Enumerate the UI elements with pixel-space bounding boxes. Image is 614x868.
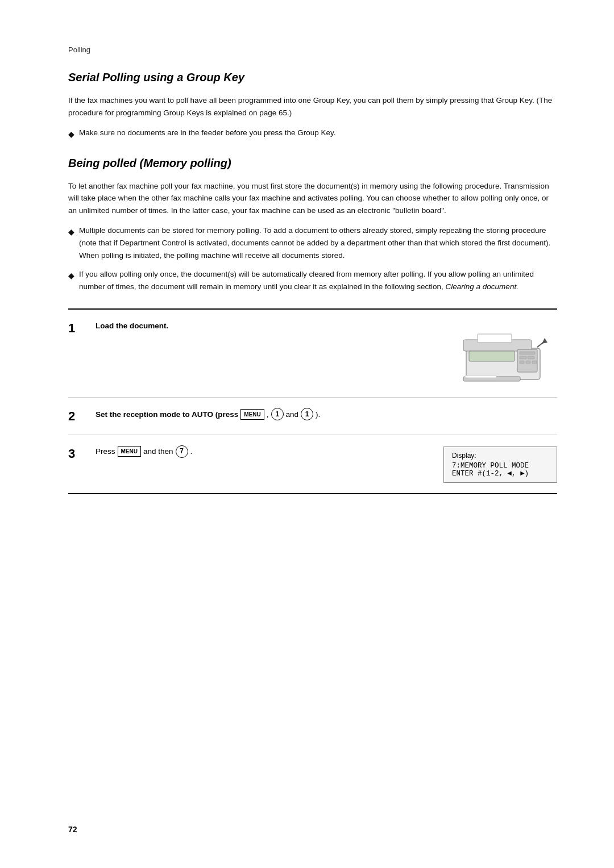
svg-rect-12 [478, 334, 512, 343]
svg-rect-4 [520, 356, 526, 359]
svg-rect-3 [520, 352, 535, 354]
section2-bullet2: ◆ If you allow polling only once, the do… [68, 268, 557, 293]
step3-press-text: Press [96, 445, 115, 458]
step2-inline: Set the reception mode to AUTO (press ME… [96, 408, 557, 420]
step2-comma: , [267, 408, 269, 421]
step3-number: 3 [68, 446, 89, 461]
steps-area: 1 Load the document. [68, 308, 557, 494]
step1-image [460, 320, 557, 387]
step2-row: 2 Set the reception mode to AUTO (press … [68, 398, 557, 435]
step3-period: . [190, 445, 193, 458]
step3-menu-key: MENU [118, 446, 141, 457]
step2-key2: 1 [301, 408, 313, 420]
step1-content: Load the document. [96, 320, 443, 332]
step2-end: ). [316, 408, 320, 421]
bullet-diamond-icon: ◆ [68, 128, 74, 140]
display-line1: 7:MEMORY POLL MODE [452, 462, 549, 470]
step3-key7: 7 [176, 445, 188, 458]
section2-bullet1-text: Multiple documents can be stored for mem… [79, 224, 557, 261]
svg-rect-6 [520, 361, 524, 364]
step2-menu-key: MENU [240, 409, 264, 420]
svg-rect-9 [469, 351, 515, 361]
fax-machine-svg [460, 320, 557, 385]
svg-rect-7 [526, 361, 530, 364]
bullet-diamond-icon-2: ◆ [68, 226, 74, 238]
svg-marker-11 [542, 338, 547, 344]
step2-number: 2 [68, 409, 89, 424]
step2-label-text: Set the reception mode to AUTO (press [96, 408, 238, 421]
step2-content: Set the reception mode to AUTO (press ME… [96, 408, 557, 420]
page-number: 72 [68, 825, 77, 834]
display-box: Display: 7:MEMORY POLL MODE ENTER #(1-2,… [443, 446, 557, 483]
svg-rect-14 [465, 375, 496, 378]
section1-bullet: ◆ Make sure no documents are in the feed… [68, 127, 557, 140]
step1-number: 1 [68, 321, 89, 336]
display-label: Display: [452, 452, 549, 460]
step1-row: 1 Load the document. [68, 310, 557, 398]
svg-rect-5 [528, 356, 534, 359]
display-line2: ENTER #(1-2, ◄, ►) [452, 470, 549, 478]
step2-key1: 1 [271, 408, 284, 420]
step3-display-area: Display: 7:MEMORY POLL MODE ENTER #(1-2,… [426, 445, 557, 483]
section2-title: Being polled (Memory polling) [68, 157, 557, 170]
step3-content: Press MENU and then 7 . [96, 445, 426, 458]
page: Polling Serial Polling using a Group Key… [0, 0, 614, 868]
step3-and-then: and then [143, 445, 173, 458]
page-label: Polling [68, 45, 557, 54]
section1-title: Serial Polling using a Group Key [68, 71, 557, 84]
step1-label: Load the document. [96, 322, 168, 330]
step2-and: and [286, 408, 299, 421]
section2-bullet1: ◆ Multiple documents can be stored for m… [68, 224, 557, 261]
svg-rect-8 [532, 361, 537, 364]
step3-inline: Press MENU and then 7 . [96, 445, 426, 458]
step3-row: 3 Press MENU and then 7 . Display: 7:MEM… [68, 435, 557, 493]
section2-bullet2-text: If you allow polling only once, the docu… [79, 268, 557, 293]
section1-bullet-text: Make sure no documents are in the feeder… [79, 127, 336, 139]
bullet-diamond-icon-3: ◆ [68, 269, 74, 282]
section1-paragraph: If the fax machines you want to poll hav… [68, 94, 557, 119]
section2-paragraph1: To let another fax machine poll your fax… [68, 180, 557, 217]
